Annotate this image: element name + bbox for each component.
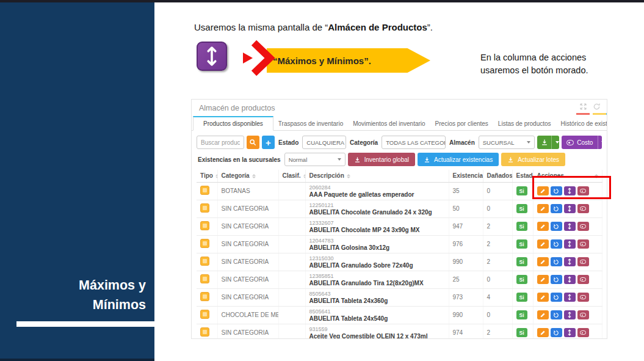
max-min-button[interactable] bbox=[564, 257, 576, 266]
max-min-button[interactable] bbox=[564, 328, 576, 337]
almacen-select[interactable]: SUCURSAL bbox=[479, 136, 535, 149]
edit-button[interactable] bbox=[537, 310, 549, 319]
cost-button[interactable] bbox=[577, 239, 589, 249]
cost-button[interactable] bbox=[577, 204, 589, 213]
existencias-cell: 973 bbox=[449, 288, 483, 306]
tab-traspasos-de-inventario[interactable]: Traspasos de inventario bbox=[273, 117, 348, 130]
history-button[interactable] bbox=[551, 275, 562, 284]
col-clasif[interactable]: Clasif. bbox=[278, 170, 305, 182]
expand-icon[interactable] bbox=[579, 103, 587, 111]
actualizar-existencias-button[interactable]: Actualizar existencias bbox=[418, 153, 499, 166]
tab-precios-por-clientes[interactable]: Precios por clientes bbox=[430, 117, 493, 130]
undo-icon bbox=[553, 241, 559, 247]
acciones-cell bbox=[533, 306, 602, 324]
history-button[interactable] bbox=[551, 328, 562, 337]
history-button[interactable] bbox=[551, 257, 562, 266]
product-type-icon bbox=[200, 221, 209, 230]
cost-button[interactable] bbox=[577, 275, 589, 284]
max-min-button[interactable] bbox=[564, 204, 576, 213]
download-icon bbox=[354, 156, 361, 163]
max-min-button[interactable] bbox=[564, 310, 576, 319]
table-row: SIN CATEGORIA 8505643 ABUELITA Tableta 2… bbox=[197, 288, 602, 306]
product-name: ABUELITA Chocolate Granulado 24 x 320g bbox=[309, 209, 445, 216]
col-existencias[interactable]: Existencias bbox=[449, 170, 483, 182]
tab-listas-de-productos[interactable]: Listas de productos bbox=[493, 117, 556, 130]
clasif-cell bbox=[278, 235, 305, 253]
product-type-icon bbox=[200, 257, 209, 266]
edit-button[interactable] bbox=[537, 328, 549, 337]
table-row: SIN CATEGORIA 12315030 ABUELITA Granulad… bbox=[197, 253, 602, 271]
max-min-button[interactable] bbox=[564, 239, 576, 249]
costo-split-button[interactable]: Costo bbox=[562, 136, 602, 149]
danados-cell: 2 bbox=[483, 235, 512, 253]
edit-button[interactable] bbox=[537, 222, 549, 231]
plus-icon: + bbox=[266, 137, 271, 148]
inventario-global-label: Inventario global bbox=[364, 156, 409, 163]
tab-historico-de-existencias[interactable]: Histórico de existencias bbox=[556, 117, 607, 130]
history-button[interactable] bbox=[551, 239, 562, 249]
acciones-cell bbox=[533, 324, 602, 339]
tipo-cell bbox=[197, 217, 217, 235]
toolbar: + Estado CUALQUIERA Categoría TODAS LAS … bbox=[192, 131, 607, 166]
cost-toggle-icon bbox=[580, 277, 586, 282]
estado-select[interactable]: CUALQUIERA bbox=[302, 136, 346, 149]
export-split-button[interactable] bbox=[537, 136, 559, 149]
status-badge: Si bbox=[516, 310, 527, 319]
descripcion-cell: 12385851 ABUELITA Granulado Tira 12(8x20… bbox=[305, 271, 449, 288]
cost-button[interactable] bbox=[577, 257, 589, 266]
edit-button[interactable] bbox=[537, 293, 549, 302]
search-input[interactable] bbox=[197, 136, 244, 149]
chevron-down-icon bbox=[601, 141, 602, 144]
search-button[interactable] bbox=[247, 136, 259, 149]
existencias-cell: 990 bbox=[449, 253, 483, 271]
cost-button[interactable] bbox=[577, 293, 589, 302]
col-tipo[interactable]: Tipo bbox=[197, 170, 217, 182]
col-descripcion[interactable]: Descripción bbox=[305, 170, 449, 182]
col-danados[interactable]: Dañados bbox=[483, 170, 512, 182]
product-code: 12250121 bbox=[309, 202, 445, 209]
cost-button[interactable] bbox=[577, 222, 589, 231]
estado-cell: Si bbox=[512, 217, 533, 235]
edit-button[interactable] bbox=[537, 257, 549, 266]
cost-button[interactable] bbox=[577, 328, 589, 337]
acciones-cell bbox=[533, 271, 602, 288]
categoria-cell: SIN CATEGORIA bbox=[217, 271, 278, 288]
categoria-select[interactable]: TODAS LAS CATEGORIAS bbox=[382, 136, 446, 149]
col-estado[interactable]: Estado bbox=[512, 170, 533, 182]
danados-cell: 0 bbox=[483, 200, 512, 217]
estado-cell: Si bbox=[512, 306, 533, 324]
col-categoria[interactable]: Categoría bbox=[217, 170, 278, 182]
max-min-button[interactable] bbox=[564, 293, 576, 302]
acciones-cell bbox=[533, 235, 602, 253]
tipo-cell bbox=[197, 306, 217, 324]
history-button[interactable] bbox=[551, 222, 562, 231]
edit-button[interactable] bbox=[537, 275, 549, 284]
side-note-line2: usaremos el botón morado. bbox=[480, 64, 588, 77]
max-min-button[interactable] bbox=[564, 222, 576, 231]
history-button[interactable] bbox=[551, 293, 562, 302]
existencias-cell: 35 bbox=[449, 182, 483, 200]
edit-button[interactable] bbox=[537, 239, 549, 249]
refresh-icon[interactable] bbox=[593, 103, 601, 111]
inventario-global-button[interactable]: Inventario global bbox=[348, 153, 415, 166]
add-product-button[interactable]: + bbox=[262, 136, 275, 149]
cost-button[interactable] bbox=[577, 310, 589, 319]
tab-movimientos-del-inventario[interactable]: Movimientos del inventario bbox=[348, 117, 430, 130]
estado-cell: Si bbox=[512, 271, 533, 288]
actualizar-lotes-label: Actualizar lotes bbox=[518, 156, 559, 163]
tab-productos-disponibles[interactable]: Productos disponibles bbox=[193, 116, 273, 131]
history-button[interactable] bbox=[551, 204, 562, 213]
tipo-cell bbox=[197, 271, 217, 288]
product-type-icon bbox=[200, 327, 209, 337]
estado-cell: Si bbox=[512, 324, 533, 339]
cost-toggle-icon bbox=[580, 330, 586, 335]
actualizar-lotes-button[interactable]: Actualizar lotes bbox=[501, 153, 565, 166]
sort-icon bbox=[347, 174, 350, 178]
history-button[interactable] bbox=[551, 310, 562, 319]
clasif-cell bbox=[278, 200, 305, 217]
costo-label: Costo bbox=[577, 139, 593, 146]
max-min-button[interactable] bbox=[564, 275, 576, 284]
edit-button[interactable] bbox=[537, 204, 549, 213]
existencias-select[interactable]: Normal bbox=[284, 153, 346, 166]
undo-icon bbox=[553, 294, 559, 301]
